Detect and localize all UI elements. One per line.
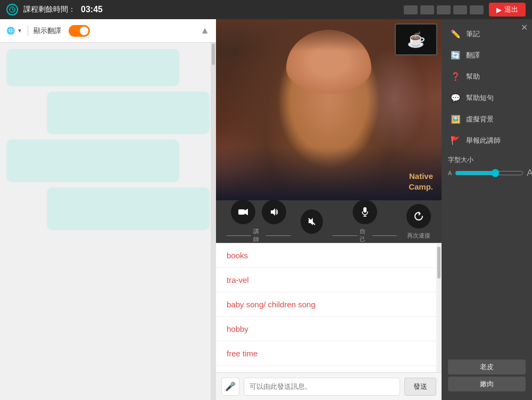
sidebar-icon-3: 💬 [450,93,461,103]
chat-content [0,43,216,400]
exit-icon: ▶ [496,6,502,14]
left-sidebar: 🌐 ▼ 顯示翻譯 ▲ [0,19,216,400]
self-controls-group: 自己 [332,200,397,243]
teacher-label: 講師 [253,227,264,243]
self-mic-button[interactable] [353,200,377,224]
sidebar-item-幫助[interactable]: ❓ 幫助 [442,66,532,87]
input-mic-icon[interactable]: 🎤 [221,378,239,396]
sidebar-item-label: 幫助短句 [466,93,494,103]
center-panel: Native Camp. ☕ [216,19,442,400]
teacher-controls-group: 講師 [227,200,291,243]
controls-bar: 講師 [216,200,442,243]
chat-bubble-4 [47,187,210,230]
font-large-label: A [527,168,532,178]
sidebar-item-舉報此講師[interactable]: 🚩 舉報此講師 [442,130,532,151]
video-area: Native Camp. ☕ [216,19,442,200]
timer-label: 課程剩餘時間： [23,5,76,14]
message-item[interactable]: hobby [216,317,442,341]
sidebar-icon-2: ❓ [450,72,461,81]
chat-bubble-3 [6,140,179,182]
svg-line-2 [12,10,14,10]
svg-rect-3 [238,209,245,215]
timer-value: 03:45 [81,5,103,14]
sidebar-item-label: 舉報此講師 [466,136,501,145]
globe-button[interactable]: 🌐 ▼ [6,27,22,35]
reconnect-label: 再次連接 [407,232,430,240]
self-label: 自己 [360,227,370,243]
font-size-slider[interactable] [455,169,523,177]
user-badge: 嫩肉 [448,377,526,391]
message-input[interactable] [244,378,400,396]
message-item[interactable]: = [216,366,442,372]
message-text: tra-vel [227,275,249,284]
chat-bubble-1 [6,49,179,86]
sidebar-item-label: 虛擬背景 [466,115,494,124]
exit-button[interactable]: ▶ 退出 [489,3,526,17]
sidebar-icon-0: ✏️ [450,29,461,39]
message-item[interactable]: free time [216,341,442,366]
watermark: Native Camp. [409,171,433,192]
sidebar-item-幫助短句[interactable]: 💬 幫助短句 [442,87,532,109]
globe-icon: 🌐 [6,27,15,35]
left-scroll-bar[interactable] [211,43,216,400]
sidebar-item-label: 幫助 [466,72,480,81]
chat-bubble-2 [47,92,210,134]
win-btn-4[interactable] [453,5,467,14]
close-sidebar-button[interactable]: ✕ [521,22,528,32]
translate-toggle[interactable] [69,25,90,37]
reconnect-button[interactable] [406,204,431,228]
message-list: bookstra-velbaby song/ children songhobb… [216,243,442,372]
top-bar: 課程剩餘時間： 03:45 ▶ 退出 [0,0,532,19]
user-badge: 老皮 [448,360,526,374]
win-btn-3[interactable] [437,5,451,14]
send-button[interactable]: 發送 [404,378,436,396]
message-item[interactable]: baby song/ children song [216,292,442,317]
svg-marker-5 [271,208,275,216]
message-text: free time [227,349,257,358]
svg-rect-8 [363,207,367,213]
sidebar-item-虛擬背景[interactable]: 🖼️ 虛擬背景 [442,109,532,130]
mute-button[interactable] [301,209,323,234]
font-size-label: 字型大小 [448,156,526,165]
font-small-label: A [448,170,452,176]
user-badges: 老皮嫩肉 [442,355,532,396]
timer-icon [6,4,18,15]
win-btn-5[interactable] [470,5,484,14]
translate-label: 顯示翻譯 [34,26,61,36]
chevron-down-icon: ▼ [17,28,22,34]
svg-marker-4 [245,209,248,215]
scroll-up-arrow[interactable]: ▲ [200,25,210,36]
coffee-cup-icon: ☕ [407,31,426,48]
sidebar-icon-5: 🚩 [450,136,461,145]
teacher-video-button[interactable] [231,200,255,224]
sidebar-item-label: 筆記 [466,29,480,39]
message-text: hobby [227,324,248,333]
reconnect-group: 再次連接 [406,204,431,240]
sidebar-item-筆記[interactable]: ✏️ 筆記 [442,23,532,45]
sidebar-item-label: 翻譯 [466,51,480,60]
messages-container: bookstra-velbaby song/ children songhobb… [216,243,442,372]
message-text: books [227,251,248,260]
message-input-bar: 🎤 發送 [216,372,442,400]
self-video: ☕ [395,23,437,55]
teacher-audio-button[interactable] [262,200,286,224]
svg-marker-11 [419,211,421,216]
window-controls [404,5,484,14]
message-text: baby song/ children song [227,300,315,309]
right-sidebar: ✕ ✏️ 筆記 🔄 翻譯 ❓ 幫助 💬 幫助短句 🖼️ 虛擬背景 🚩 舉報此講師… [442,19,532,400]
message-scrollbar[interactable] [436,243,442,372]
exit-label: 退出 [504,5,518,14]
font-size-row: 字型大小 A A [442,151,532,183]
left-header: 🌐 ▼ 顯示翻譯 ▲ [0,19,216,43]
divider [28,26,28,36]
win-btn-2[interactable] [420,5,434,14]
message-item[interactable]: books [216,243,442,268]
sidebar-item-翻譯[interactable]: 🔄 翻譯 [442,45,532,66]
win-btn-1[interactable] [404,5,418,14]
sidebar-icon-1: 🔄 [450,51,461,60]
sidebar-items: ✏️ 筆記 🔄 翻譯 ❓ 幫助 💬 幫助短句 🖼️ 虛擬背景 🚩 舉報此講師 [442,23,532,151]
sidebar-icon-4: 🖼️ [450,115,461,124]
message-item[interactable]: tra-vel [216,268,442,292]
